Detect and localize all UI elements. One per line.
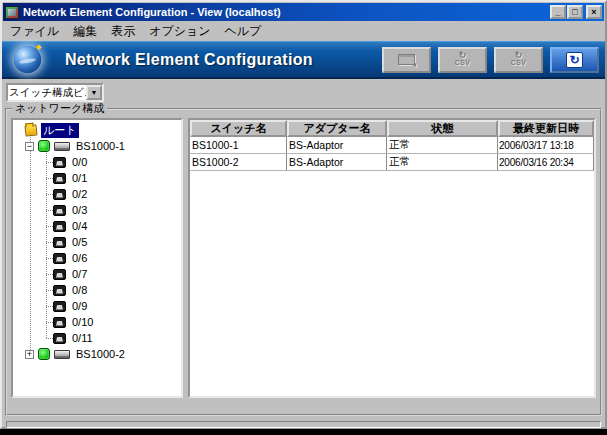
status-bar — [6, 421, 601, 428]
port-icon — [53, 301, 66, 312]
port-icon — [53, 173, 66, 184]
switch-status-table[interactable]: スイッチ名 アダプター名 状態 最終更新日時 BS1000-1 BS-Adapt… — [188, 118, 596, 398]
table-row[interactable]: BS1000-1 BS-Adaptor 正常 2006/03/17 13:18 — [190, 137, 594, 154]
menu-options[interactable]: オプション — [143, 21, 218, 42]
switch-icon — [54, 142, 70, 151]
network-config-groupbox: ネットワーク構成 ルート − BS1000-1 — [5, 108, 602, 416]
tree-item-port[interactable]: 0/11 — [13, 330, 181, 346]
collapse-icon[interactable]: − — [25, 142, 34, 151]
tree-item-port[interactable]: 0/6 — [13, 250, 181, 266]
menu-edit[interactable]: 編集 — [67, 21, 105, 42]
column-header-adapter-name[interactable]: アダプター名 — [287, 120, 387, 137]
groupbox-label: ネットワーク構成 — [12, 102, 107, 115]
switch-icon — [54, 350, 70, 359]
banner-title: Network Element Configuration — [65, 51, 382, 69]
table-row[interactable]: BS1000-2 BS-Adaptor 正常 2006/03/16 20:34 — [190, 154, 594, 171]
tree-item-port[interactable]: 0/8 — [13, 282, 181, 298]
globe-logo-icon — [14, 46, 41, 73]
port-icon — [53, 221, 66, 232]
network-tree: ルート − BS1000-1 0/0 0/1 — [13, 120, 181, 362]
tree-item-port[interactable]: 0/2 — [13, 186, 181, 202]
app-banner: ◆ Network Element Configuration ↻ CSV ↻ … — [2, 41, 605, 79]
csv-label: CSV — [455, 59, 470, 67]
column-header-last-updated[interactable]: 最終更新日時 — [498, 120, 594, 137]
menu-view[interactable]: 表示 — [105, 21, 143, 42]
desktop-background — [0, 429, 607, 435]
app-window: Network Element Configuration - View (lo… — [0, 0, 607, 429]
menu-bar: ファイル 編集 表示 オプション ヘルプ — [2, 22, 605, 41]
port-icon — [53, 157, 66, 168]
port-icon — [53, 237, 66, 248]
panes-container: ルート − BS1000-1 0/0 0/1 — [7, 110, 600, 398]
minimize-button[interactable]: _ — [550, 5, 566, 19]
refresh-button[interactable]: ↻ — [550, 47, 599, 73]
view-selector-combobox[interactable]: スイッチ構成ビュー ▼ — [6, 83, 104, 102]
port-icon — [53, 189, 66, 200]
tree-item-port[interactable]: 0/1 — [13, 170, 181, 186]
window-title: Network Element Configuration - View (lo… — [23, 6, 549, 18]
root-folder-icon — [24, 124, 37, 136]
tree-item-bs1000-1[interactable]: − BS1000-1 — [13, 138, 181, 154]
status-led-green-icon — [38, 348, 50, 360]
port-icon — [53, 333, 66, 344]
port-icon — [53, 317, 66, 328]
close-button[interactable]: × — [586, 5, 602, 19]
column-header-status[interactable]: 状態 — [387, 120, 498, 137]
app-icon — [5, 6, 19, 19]
network-tree-pane[interactable]: ルート − BS1000-1 0/0 0/1 — [11, 118, 183, 398]
tree-item-root[interactable]: ルート — [13, 122, 181, 138]
menu-help[interactable]: ヘルプ — [219, 21, 270, 42]
port-icon — [53, 205, 66, 216]
tree-item-port[interactable]: 0/5 — [13, 234, 181, 250]
column-header-switch-name[interactable]: スイッチ名 — [190, 120, 287, 137]
sparkle-icon: ◆ — [36, 43, 41, 50]
port-icon — [53, 253, 66, 264]
expand-icon[interactable]: + — [25, 350, 34, 359]
csv-refresh-icon: ↻ — [459, 52, 467, 59]
csv-import-button[interactable]: ↻ CSV — [494, 47, 543, 73]
csv-export-button[interactable]: ↻ CSV — [438, 47, 487, 73]
tree-item-port[interactable]: 0/3 — [13, 202, 181, 218]
csv-refresh-icon: ↻ — [515, 52, 523, 59]
tree-item-port[interactable]: 0/10 — [13, 314, 181, 330]
tree-item-bs1000-2[interactable]: + BS1000-2 — [13, 346, 181, 362]
refresh-icon: ↻ — [566, 52, 583, 68]
port-icon — [53, 269, 66, 280]
tree-item-port[interactable]: 0/9 — [13, 298, 181, 314]
apply-button[interactable] — [382, 47, 431, 73]
title-bar[interactable]: Network Element Configuration - View (lo… — [3, 3, 604, 21]
view-selector-row: スイッチ構成ビュー ▼ — [6, 83, 605, 102]
banner-toolbar: ↻ CSV ↻ CSV ↻ — [382, 47, 599, 73]
csv-label: CSV — [511, 59, 526, 67]
tree-item-port[interactable]: 0/0 — [13, 154, 181, 170]
maximize-button[interactable]: □ — [567, 5, 583, 19]
menu-file[interactable]: ファイル — [4, 21, 67, 42]
view-selector-value: スイッチ構成ビュー — [8, 85, 86, 100]
tree-item-port[interactable]: 0/7 — [13, 266, 181, 282]
table-header-row: スイッチ名 アダプター名 状態 最終更新日時 — [190, 120, 594, 137]
status-led-green-icon — [38, 140, 50, 152]
chevron-down-icon[interactable]: ▼ — [86, 85, 102, 100]
form-arrow-icon — [398, 54, 415, 65]
port-icon — [53, 285, 66, 296]
tree-item-port[interactable]: 0/4 — [13, 218, 181, 234]
